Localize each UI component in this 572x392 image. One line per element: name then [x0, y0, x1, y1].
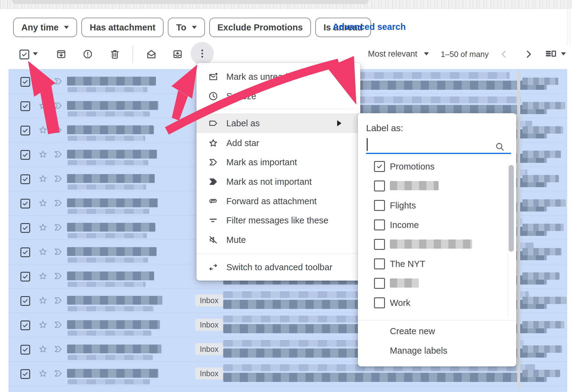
importance-marker-icon[interactable]	[53, 101, 63, 110]
row-checkbox-checked[interactable]	[20, 369, 30, 379]
select-caret-icon[interactable]	[33, 52, 38, 55]
move-to-button[interactable]	[172, 48, 183, 60]
row-checkbox-checked[interactable]	[20, 272, 30, 282]
importance-marker-icon[interactable]	[53, 149, 63, 159]
row-checkbox-checked[interactable]	[20, 247, 30, 257]
filter-chip-exclude-promotions[interactable]: Exclude Promotions	[209, 18, 311, 37]
star-icon[interactable]	[38, 344, 48, 354]
importance-marker-icon[interactable]	[53, 271, 63, 281]
submenu-scrollbar-track[interactable]	[508, 164, 508, 317]
create-new-label-button[interactable]: Create new	[390, 326, 435, 336]
menu-item-switch-to-advanced-toolbar[interactable]: Switch to advanced toolbar	[196, 257, 360, 277]
manage-labels-button[interactable]: Manage labels	[390, 346, 447, 356]
checkmark-icon	[22, 79, 29, 85]
menu-item-label: Forward as attachment	[226, 196, 317, 206]
label-item-blurred[interactable]	[358, 176, 506, 196]
menu-item-add-star[interactable]: Add star	[196, 133, 360, 153]
checkmark-icon	[22, 176, 29, 183]
importance-marker-icon[interactable]	[53, 344, 63, 354]
label-item-work[interactable]: Work	[358, 293, 506, 313]
checkbox-unchecked[interactable]	[374, 297, 385, 308]
star-icon[interactable]	[38, 198, 48, 208]
row-checkbox-checked[interactable]	[20, 320, 30, 330]
star-icon[interactable]	[38, 296, 48, 305]
row-checkbox-checked[interactable]	[20, 77, 30, 87]
menu-item-mark-as-important[interactable]: Mark as important	[196, 152, 360, 172]
label-item-promotions[interactable]: Promotions	[358, 157, 506, 176]
row-checkbox-checked[interactable]	[20, 296, 30, 306]
label-search-input[interactable]	[366, 137, 511, 153]
label-item-income[interactable]: Income	[358, 215, 506, 235]
star-icon[interactable]	[38, 222, 48, 232]
menu-item-label-as[interactable]: Label as	[196, 114, 360, 133]
importance-marker-icon[interactable]	[53, 296, 63, 305]
checkbox-unchecked[interactable]	[374, 278, 385, 289]
checkbox-unchecked[interactable]	[374, 258, 385, 269]
menu-item-mute[interactable]: Mute	[196, 230, 360, 250]
label-item-the-nyt[interactable]: The NYT	[358, 254, 506, 274]
importance-marker-icon[interactable]	[53, 369, 63, 378]
submenu-scrollbar-thumb[interactable]	[509, 165, 514, 252]
star-icon[interactable]	[38, 125, 48, 135]
label-item-blurred[interactable]	[358, 274, 506, 293]
row-checkbox-checked[interactable]	[20, 223, 30, 233]
filter-chip-any-time[interactable]: Any time	[13, 18, 77, 37]
star-icon[interactable]	[38, 369, 48, 378]
star-icon[interactable]	[38, 247, 48, 257]
filter-chip-has-attachment[interactable]: Has attachment	[81, 18, 164, 37]
importance-marker-icon[interactable]	[53, 125, 63, 135]
importance-marker-icon[interactable]	[53, 222, 63, 232]
search-icon[interactable]	[494, 141, 505, 152]
email-list-scrollbar[interactable]	[517, 70, 520, 390]
menu-item-mark-as-unread[interactable]: Mark as unread	[196, 67, 360, 86]
importance-marker-icon[interactable]	[53, 174, 63, 184]
importance-marker-icon[interactable]	[53, 320, 63, 330]
importance-marker-icon[interactable]	[53, 198, 63, 208]
archive-button[interactable]	[55, 48, 67, 60]
importance-marker-icon[interactable]	[53, 247, 63, 257]
sort-caret-icon[interactable]	[424, 52, 429, 55]
star-icon[interactable]	[38, 149, 48, 159]
row-checkbox-checked[interactable]	[20, 174, 30, 184]
menu-item-snooze[interactable]: Snooze	[196, 86, 360, 106]
split-view-button[interactable]	[545, 48, 557, 62]
report-spam-button[interactable]	[82, 48, 94, 60]
menu-item-forward-as-attachment[interactable]: Forward as attachment	[196, 191, 360, 211]
select-all-checkbox[interactable]	[19, 50, 29, 59]
checkbox-unchecked[interactable]	[374, 200, 385, 211]
row-checkbox-checked[interactable]	[20, 199, 30, 208]
delete-button[interactable]	[109, 48, 121, 60]
split-view-caret-icon[interactable]	[561, 52, 566, 55]
checkbox-unchecked[interactable]	[374, 239, 385, 250]
row-checkbox-checked[interactable]	[20, 150, 30, 160]
older-page-button[interactable]	[521, 47, 535, 61]
mark-as-read-button[interactable]	[146, 48, 157, 60]
sort-dropdown[interactable]: Most relevant	[344, 49, 417, 59]
newer-page-button[interactable]	[497, 47, 511, 61]
menu-item-mark-as-not-important[interactable]: Mark as not important	[196, 172, 360, 191]
checkbox-checked[interactable]	[374, 161, 385, 172]
star-icon[interactable]	[38, 174, 48, 184]
importance-marker-icon[interactable]	[53, 76, 63, 86]
label-item-flights[interactable]: Flights	[358, 196, 506, 215]
label-tag-icon	[208, 118, 218, 128]
row-checkbox-checked[interactable]	[20, 126, 30, 135]
filter-chip-to[interactable]: To	[168, 18, 205, 37]
label-item-text: The NYT	[390, 259, 425, 269]
label-item-blurred[interactable]	[358, 235, 506, 254]
checkmark-icon	[22, 346, 29, 353]
checkbox-unchecked[interactable]	[374, 180, 385, 191]
star-icon[interactable]	[38, 101, 48, 110]
mark-as-read-icon	[146, 49, 157, 60]
checkbox-unchecked[interactable]	[374, 219, 385, 230]
menu-item-label: Mark as not important	[226, 177, 312, 187]
menu-item-label: Mark as important	[226, 157, 297, 167]
more-options-button[interactable]	[191, 42, 214, 65]
advanced-search-link[interactable]: Advanced search	[333, 18, 406, 36]
row-checkbox-checked[interactable]	[20, 345, 30, 355]
menu-item-filter-messages-like-these[interactable]: Filter messages like these	[196, 211, 360, 230]
row-checkbox-checked[interactable]	[20, 101, 30, 111]
star-icon[interactable]	[38, 320, 48, 330]
star-icon[interactable]	[38, 76, 48, 86]
star-icon[interactable]	[38, 271, 48, 281]
